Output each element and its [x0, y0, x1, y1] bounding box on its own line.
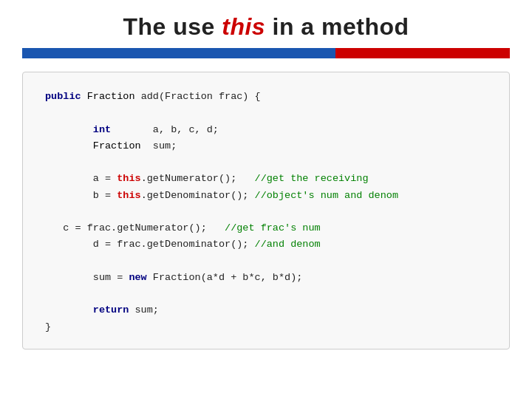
slide: The use this in a method public Fraction… — [0, 0, 532, 399]
color-bar — [22, 48, 510, 58]
code-line-10: } — [45, 319, 487, 335]
code-line-blank4 — [45, 253, 487, 270]
code-line-8: sum = new Fraction(a*d + b*c, b*d); — [45, 270, 487, 286]
title-prefix: The use — [123, 13, 222, 40]
code-box: public Fraction add(Fraction frac) { int… — [22, 72, 510, 349]
title-suffix: in a method — [265, 13, 409, 40]
bar-red — [335, 48, 510, 58]
title-highlight: this — [222, 13, 265, 40]
code-line-9: return sum; — [45, 302, 487, 318]
code-line-4: a = this.getNumerator(); //get the recei… — [45, 171, 487, 187]
code-line-1: public Fraction add(Fraction frac) { — [45, 89, 487, 105]
code-line-7: d = frac.getDenominator(); //and denom — [45, 236, 487, 253]
code-line-blank3 — [45, 204, 487, 220]
code-line-blank2 — [45, 154, 487, 171]
code-line-3: Fraction sum; — [45, 138, 487, 154]
code-line-blank5 — [45, 286, 487, 302]
code-line-2: int a, b, c, d; — [45, 122, 487, 138]
slide-title: The use this in a method — [123, 13, 409, 40]
title-area: The use this in a method — [0, 0, 532, 48]
code-line-5: b = this.getDenominator(); //object's nu… — [45, 188, 487, 204]
code-line-blank1 — [45, 105, 487, 121]
bar-blue — [22, 48, 335, 58]
code-line-6: c = frac.getNumerator(); //get frac's nu… — [45, 220, 487, 236]
